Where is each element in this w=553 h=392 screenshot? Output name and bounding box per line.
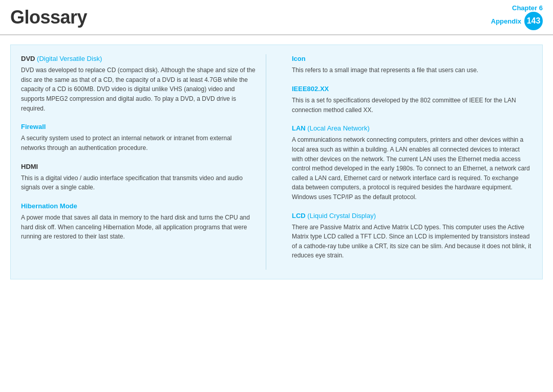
- term-hdmi-desc: This is a digital video / audio interfac…: [21, 173, 256, 192]
- term-lcd-desc: There are Passive Matrix and Active Matr…: [292, 223, 532, 260]
- term-dvd-title: DVD (Digital Versatile Disk): [21, 54, 256, 63]
- glossary-box: DVD (Digital Versatile Disk) DVD was dev…: [10, 45, 543, 279]
- glossary-right-column: Icon This refers to a small image that r…: [287, 54, 532, 270]
- chapter-label: Chapter 6: [512, 4, 543, 12]
- term-firewall-desc: A security system used to protect an int…: [21, 134, 256, 153]
- glossary-left-column: DVD (Digital Versatile Disk) DVD was dev…: [21, 54, 266, 270]
- term-ieee-title: IEEE802.XX: [292, 84, 532, 94]
- term-lcd: LCD (Liquid Crystal Display) There are P…: [292, 211, 532, 261]
- appendix-row: Appendix 143: [491, 12, 543, 30]
- term-ieee: IEEE802.XX This is a set fo specificatio…: [292, 84, 532, 115]
- term-firewall: Firewall A security system used to prote…: [21, 122, 256, 153]
- term-lcd-title: LCD (Liquid Crystal Display): [292, 211, 532, 221]
- term-lan-bold: LAN: [292, 124, 306, 132]
- term-dvd: DVD (Digital Versatile Disk) DVD was dev…: [21, 54, 256, 113]
- chapter-badge-area: Chapter 6 Appendix 143: [491, 4, 543, 30]
- term-icon: Icon This refers to a small image that r…: [292, 54, 532, 75]
- term-hdmi: HDMI This is a digital video / audio int…: [21, 162, 256, 192]
- term-hdmi-bold: HDMI: [21, 163, 38, 170]
- term-dvd-bold: DVD: [21, 55, 35, 62]
- term-lan-link: (Local Area Network): [306, 124, 370, 132]
- term-lan-title: LAN (Local Area Network): [292, 124, 532, 133]
- term-hibernation: Hibernation Mode A power mode that saves…: [21, 202, 256, 242]
- term-hdmi-title: HDMI: [21, 162, 256, 171]
- term-hibernation-desc: A power mode that saves all data in memo…: [21, 213, 256, 242]
- page-number-badge: 143: [524, 12, 543, 30]
- page-header: Glossary Chapter 6 Appendix 143: [0, 0, 553, 35]
- term-icon-title: Icon: [292, 54, 532, 63]
- term-firewall-title: Firewall: [21, 122, 256, 132]
- term-lcd-bold: LCD: [292, 212, 306, 220]
- term-icon-desc: This refers to a small image that repres…: [292, 66, 532, 75]
- term-ieee-desc: This is a set fo specifications develope…: [292, 96, 532, 115]
- term-dvd-link: (Digital Versatile Disk): [35, 55, 102, 62]
- main-content: DVD (Digital Versatile Disk) DVD was dev…: [0, 35, 553, 285]
- term-dvd-desc: DVD was developed to replace CD (compact…: [21, 66, 256, 113]
- term-lan: LAN (Local Area Network) A communication…: [292, 124, 532, 202]
- appendix-label: Appendix: [491, 17, 521, 25]
- term-lcd-link: (Liquid Crystal Display): [306, 212, 376, 220]
- page-title: Glossary: [10, 7, 87, 28]
- term-lan-desc: A communications network connecting comp…: [292, 135, 532, 202]
- term-hibernation-title: Hibernation Mode: [21, 202, 256, 211]
